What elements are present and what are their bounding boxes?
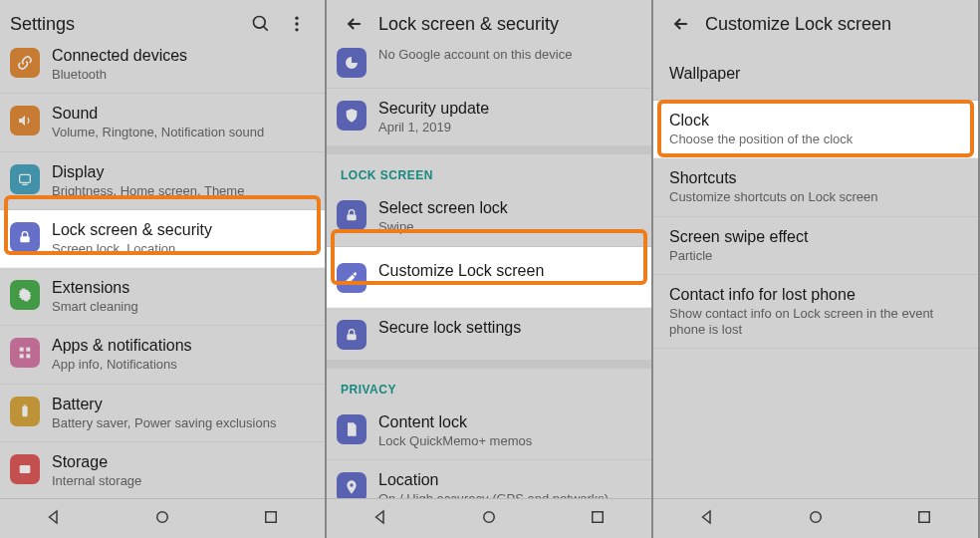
item-google[interactable]: No Google account on this device bbox=[327, 48, 651, 89]
item-label: Lock screen & security bbox=[52, 220, 311, 240]
item-shortcuts[interactable]: Shortcuts Customize shortcuts on Lock sc… bbox=[653, 158, 978, 216]
settings-item-lock-security[interactable]: Lock screen & security Screen lock, Loca… bbox=[0, 210, 325, 268]
item-security-update[interactable]: Security update April 1, 2019 bbox=[327, 89, 651, 146]
item-label: Clock bbox=[669, 111, 964, 131]
lock-icon bbox=[10, 222, 40, 252]
item-sub: April 1, 2019 bbox=[378, 120, 637, 135]
item-wallpaper[interactable]: Wallpaper bbox=[653, 48, 978, 101]
pencil-icon bbox=[337, 263, 367, 293]
item-label: Connected devices bbox=[52, 48, 311, 66]
nav-bar bbox=[327, 498, 651, 538]
google-icon bbox=[337, 48, 367, 78]
item-label: Display bbox=[52, 162, 311, 182]
svg-point-2 bbox=[295, 17, 298, 20]
item-swipe-effect[interactable]: Screen swipe effect Particle bbox=[653, 217, 978, 275]
svg-rect-5 bbox=[20, 174, 31, 182]
header: Settings bbox=[0, 0, 325, 48]
item-sub: Choose the position of the clock bbox=[669, 132, 964, 147]
item-sub: Bluetooth bbox=[52, 67, 311, 83]
svg-rect-14 bbox=[24, 404, 27, 405]
item-sub: Internal storage bbox=[52, 473, 311, 489]
svg-point-17 bbox=[157, 511, 168, 522]
settings-item-storage[interactable]: Storage Internal storage bbox=[0, 442, 325, 498]
nav-bar bbox=[653, 498, 978, 538]
settings-item-display[interactable]: Display Brightness, Home screen, Theme bbox=[0, 152, 325, 210]
page-title: Settings bbox=[10, 14, 243, 35]
nav-back-icon[interactable] bbox=[45, 508, 63, 530]
section-privacy: PRIVACY bbox=[327, 369, 651, 403]
item-sub: Smart cleaning bbox=[52, 299, 311, 315]
search-icon[interactable] bbox=[243, 6, 279, 42]
svg-point-24 bbox=[811, 511, 822, 522]
item-sub: App info, Notifications bbox=[52, 357, 311, 373]
svg-rect-11 bbox=[20, 355, 24, 359]
settings-list[interactable]: Connected devices Bluetooth Sound Volume… bbox=[0, 48, 325, 498]
nav-recent-icon[interactable] bbox=[589, 508, 607, 530]
nav-back-icon[interactable] bbox=[371, 508, 389, 530]
item-sub: Particle bbox=[669, 248, 964, 264]
page-title: Customize Lock screen bbox=[705, 14, 968, 35]
item-sub: Battery saver, Power saving exclusions bbox=[52, 415, 311, 431]
nav-recent-icon[interactable] bbox=[262, 508, 280, 530]
speaker-icon bbox=[10, 106, 40, 135]
item-sub: Volume, Ringtone, Notification sound bbox=[52, 125, 311, 140]
nav-back-icon[interactable] bbox=[698, 508, 716, 530]
svg-point-4 bbox=[295, 28, 298, 31]
item-label: Location bbox=[378, 470, 637, 490]
svg-rect-18 bbox=[265, 511, 276, 522]
item-label: Apps & notifications bbox=[52, 336, 311, 356]
settings-item-apps[interactable]: Apps & notifications App info, Notificat… bbox=[0, 326, 325, 384]
svg-rect-23 bbox=[592, 511, 603, 522]
settings-item-extensions[interactable]: Extensions Smart cleaning bbox=[0, 268, 325, 326]
item-sub: Screen lock, Location bbox=[52, 241, 311, 257]
nav-home-icon[interactable] bbox=[807, 508, 825, 530]
display-icon bbox=[10, 164, 40, 194]
item-sub: Show contact info on Lock screen in the … bbox=[669, 306, 964, 339]
svg-rect-12 bbox=[26, 355, 30, 359]
back-icon[interactable] bbox=[337, 6, 372, 42]
settings-item-sound[interactable]: Sound Volume, Ringtone, Notification sou… bbox=[0, 94, 325, 151]
item-contact-info[interactable]: Contact info for lost phone Show contact… bbox=[653, 275, 978, 350]
item-content-lock[interactable]: Content lock Lock QuickMemo+ memos bbox=[327, 403, 651, 460]
item-label: Wallpaper bbox=[669, 64, 964, 84]
item-label: Contact info for lost phone bbox=[669, 285, 964, 305]
settings-item-battery[interactable]: Battery Battery saver, Power saving excl… bbox=[0, 385, 325, 442]
item-label: Battery bbox=[52, 395, 311, 414]
item-label: Extensions bbox=[52, 278, 311, 298]
page-title: Lock screen & security bbox=[378, 14, 641, 35]
lock-settings-icon bbox=[337, 320, 367, 350]
item-secure-lock-settings[interactable]: Secure lock settings bbox=[327, 308, 651, 361]
nav-bar bbox=[0, 498, 325, 538]
item-location[interactable]: Location On / High accuracy (GPS and net… bbox=[327, 460, 651, 498]
item-label: Content lock bbox=[378, 412, 637, 432]
nav-recent-icon[interactable] bbox=[915, 508, 933, 530]
lock-security-list[interactable]: No Google account on this device Securit… bbox=[327, 48, 651, 498]
customize-list[interactable]: Wallpaper Clock Choose the position of t… bbox=[653, 48, 978, 498]
item-sub: Swipe bbox=[378, 219, 637, 235]
nav-home-icon[interactable] bbox=[480, 508, 498, 530]
settings-screen: Settings Connected devices Bluetooth Sou… bbox=[0, 0, 327, 538]
location-icon bbox=[337, 472, 367, 498]
storage-icon bbox=[10, 454, 40, 484]
item-sub: Lock QuickMemo+ memos bbox=[378, 433, 637, 449]
item-select-screen-lock[interactable]: Select screen lock Swipe bbox=[327, 188, 651, 246]
item-clock[interactable]: Clock Choose the position of the clock bbox=[653, 101, 978, 158]
svg-point-21 bbox=[350, 483, 353, 486]
item-customize-lock-screen[interactable]: Customize Lock screen bbox=[327, 247, 651, 308]
more-icon[interactable] bbox=[279, 6, 315, 42]
back-icon[interactable] bbox=[663, 6, 699, 42]
item-label: Select screen lock bbox=[378, 198, 637, 218]
link-icon bbox=[10, 48, 40, 78]
nav-home-icon[interactable] bbox=[153, 508, 171, 530]
svg-point-22 bbox=[484, 511, 495, 522]
settings-item-connected-devices[interactable]: Connected devices Bluetooth bbox=[0, 48, 325, 94]
lock-security-screen: Lock screen & security No Google account… bbox=[327, 0, 653, 538]
apps-icon bbox=[10, 338, 40, 368]
shield-icon bbox=[337, 101, 367, 131]
item-label: Shortcuts bbox=[669, 168, 964, 188]
item-sub: No Google account on this device bbox=[378, 48, 637, 63]
gear-icon bbox=[10, 280, 40, 310]
item-sub: Brightness, Home screen, Theme bbox=[52, 183, 311, 199]
section-lock-screen: LOCK SCREEN bbox=[327, 154, 651, 188]
svg-rect-15 bbox=[20, 465, 31, 473]
